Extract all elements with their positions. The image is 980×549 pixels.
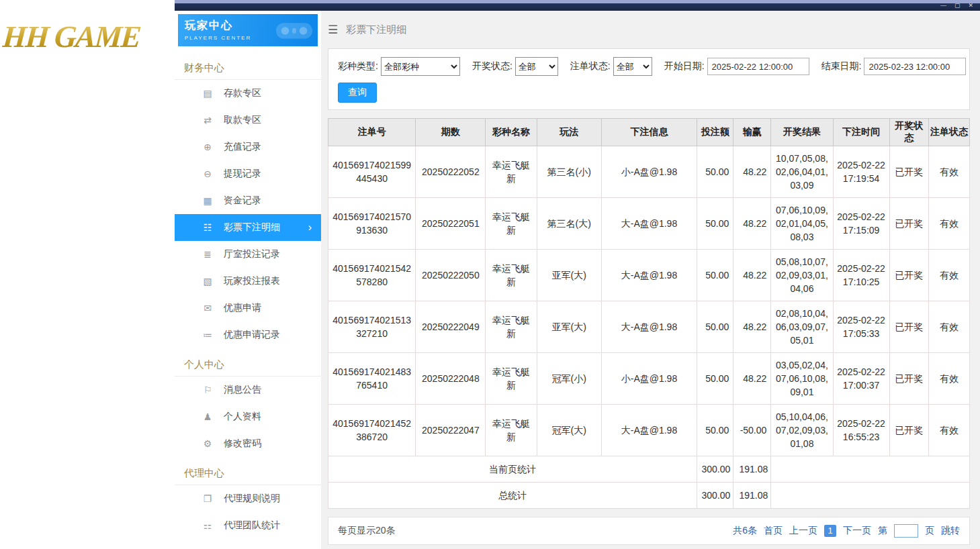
query-button[interactable]: 查询 <box>338 83 377 103</box>
cell-bet_time: 2025-02-22 17:15:09 <box>833 198 889 250</box>
current-page-badge[interactable]: 1 <box>824 525 836 537</box>
sidebar-item-personal-profile[interactable]: ♟个人资料 <box>175 403 321 430</box>
sidebar-item-label: 消息公告 <box>224 384 261 396</box>
main-content: ☰ 彩票下注明细 彩种类型: 全部彩种 开奖状态: 全部 <box>321 11 980 549</box>
cell-bet_id: 401569174021452386720 <box>328 405 416 456</box>
table-row: 40156917402148376541020250222048幸运飞艇新冠军(… <box>328 353 970 405</box>
sidebar-item-hall-bet-record[interactable]: ≣厅室投注记录 <box>175 241 321 268</box>
cell-draw_result: 05,08,10,07,02,09,03,01,04,06 <box>771 250 833 301</box>
sidebar-item-label: 优惠申请记录 <box>224 329 280 341</box>
column-header-lottery_name: 彩种名称 <box>486 119 537 146</box>
current-page-summary-row: 当前页统计300.00191.08 <box>328 456 970 483</box>
summary-label: 总统计 <box>328 483 697 509</box>
cell-bet_amount: 50.00 <box>697 405 733 456</box>
cell-draw_result: 07,06,10,09,02,01,04,05,08,03 <box>771 198 833 250</box>
sidebar-item-promo-apply[interactable]: ✉优惠申请 <box>175 295 321 321</box>
jump-link[interactable]: 跳转 <box>941 525 960 537</box>
cell-bet_info: 大-A盘@1.98 <box>601 405 697 456</box>
sidebar-item-withdrawal-record[interactable]: ⊖提现记录 <box>175 160 321 187</box>
sidebar-item-agent-team-stats[interactable]: ⚏代理团队统计 <box>175 512 321 539</box>
bet-status-label: 注单状态: <box>570 60 611 72</box>
app-body: 玩家中心 PLAYERS CENTER 财务中心▤存款专区⇄取款专区⊕充值记录⊖… <box>175 11 980 549</box>
sidebar-item-funds-record[interactable]: ▦资金记录 <box>175 187 321 214</box>
first-page-link[interactable]: 首页 <box>764 525 783 537</box>
cell-bet_info: 大-A盘@1.98 <box>601 301 697 353</box>
bet-status-select[interactable]: 全部 <box>613 57 652 76</box>
summary-bet-amount: 300.00 <box>697 483 733 509</box>
sidebar-item-recharge-record[interactable]: ⊕充值记录 <box>175 134 321 160</box>
column-header-bet_status: 注单状态 <box>928 119 969 146</box>
chevron-right-icon: › <box>308 221 312 234</box>
table-row: 40156917402151332721020250222049幸运飞艇新亚军(… <box>328 301 970 353</box>
cell-draw_result: 10,07,05,08,02,06,04,01,03,09 <box>771 146 833 198</box>
lottery-type-select[interactable]: 全部彩种 <box>381 57 460 76</box>
cell-bet_amount: 50.00 <box>697 146 733 198</box>
table-row: 40156917402154257828020250222050幸运飞艇新亚军(… <box>328 250 970 301</box>
close-icon[interactable]: ✕ <box>968 3 973 9</box>
summary-label: 当前页统计 <box>328 456 697 483</box>
cell-bet_status: 有效 <box>928 198 969 250</box>
logo-area: HH GAME <box>0 0 175 549</box>
prev-page-link[interactable]: 上一页 <box>789 525 817 537</box>
bets-table-panel: 注单号期数彩种名称玩法下注信息投注额输赢开奖结果下注时间开奖状态注单状态 401… <box>328 118 970 509</box>
page-jump-input[interactable] <box>894 524 918 538</box>
column-header-win_loss: 输赢 <box>733 119 771 146</box>
sidebar-item-deposit-zone[interactable]: ▤存款专区 <box>175 80 321 107</box>
column-header-bet_id: 注单号 <box>328 119 416 146</box>
cell-bet_status: 有效 <box>928 353 969 405</box>
window-titlebar: — ▢ ✕ <box>175 0 980 11</box>
cell-draw_result: 05,10,04,06,07,02,09,03,01,08 <box>771 405 833 456</box>
table-row: 40156917402145238672020250222047幸运飞艇新冠军(… <box>328 405 970 456</box>
sidebar-item-withdraw-zone[interactable]: ⇄取款专区 <box>175 107 321 134</box>
cell-bet_status: 有效 <box>928 405 969 456</box>
sidebar-item-lottery-bet-detail[interactable]: ☷彩票下注明细› <box>175 214 321 241</box>
cell-win_loss: 48.22 <box>733 353 771 405</box>
sidebar: 玩家中心 PLAYERS CENTER 财务中心▤存款专区⇄取款专区⊕充值记录⊖… <box>175 11 321 549</box>
column-header-period: 期数 <box>416 119 486 146</box>
sidebar-item-label: 彩票下注明细 <box>224 221 280 234</box>
sidebar-item-message-notice[interactable]: ⚐消息公告 <box>175 377 321 403</box>
cell-bet_amount: 50.00 <box>697 301 733 353</box>
cell-bet_time: 2025-02-22 17:05:33 <box>833 301 889 353</box>
end-date-input[interactable] <box>864 58 966 75</box>
column-header-play_type: 玩法 <box>537 119 601 146</box>
table-row: 40156917402159944543020250222052幸运飞艇新第三名… <box>328 146 970 198</box>
start-date-input[interactable] <box>707 58 809 75</box>
column-header-bet_amount: 投注额 <box>697 119 733 146</box>
bets-table: 注单号期数彩种名称玩法下注信息投注额输赢开奖结果下注时间开奖状态注单状态 401… <box>328 118 970 509</box>
cell-win_loss: 48.22 <box>733 250 771 301</box>
gamepad-icon <box>275 17 314 44</box>
filter-panel: 彩种类型: 全部彩种 开奖状态: 全部 注单状态: <box>328 48 970 110</box>
cell-lottery_name: 幸运飞艇新 <box>486 250 537 301</box>
cell-bet_status: 有效 <box>928 301 969 353</box>
sidebar-item-label: 充值记录 <box>224 141 261 153</box>
sidebar-item-agent-rules[interactable]: ❐代理规则说明 <box>175 485 321 512</box>
maximize-icon[interactable]: ▢ <box>954 3 961 9</box>
sidebar-item-label: 存款专区 <box>224 87 261 99</box>
minimize-icon[interactable]: — <box>940 3 946 9</box>
cell-win_loss: 48.22 <box>733 301 771 353</box>
sidebar-item-label: 代理团队统计 <box>224 519 280 532</box>
cell-lottery_name: 幸运飞艇新 <box>486 405 537 456</box>
sidebar-item-promo-apply-record[interactable]: ≔优惠申请记录 <box>175 321 321 348</box>
sidebar-item-player-bet-report[interactable]: ▧玩家投注报表 <box>175 268 321 295</box>
per-page-label: 每页显示20条 <box>338 525 396 537</box>
draw-status-select[interactable]: 全部 <box>515 57 558 76</box>
column-header-draw_status: 开奖状态 <box>889 119 928 146</box>
cell-period: 20250222048 <box>416 353 486 405</box>
cell-bet_amount: 50.00 <box>697 250 733 301</box>
bell-icon: ⚐ <box>202 385 214 395</box>
table-header-row: 注单号期数彩种名称玩法下注信息投注额输赢开奖结果下注时间开奖状态注单状态 <box>328 119 970 146</box>
next-page-link[interactable]: 下一页 <box>843 525 871 537</box>
menu-toggle-icon[interactable]: ☰ <box>328 23 338 37</box>
cell-bet_id: 401569174021542578280 <box>328 250 416 301</box>
lottery-type-label: 彩种类型: <box>338 60 378 72</box>
sidebar-item-label: 取款专区 <box>224 114 261 126</box>
cell-play_type: 冠军(大) <box>537 405 601 456</box>
sidebar-item-label: 修改密码 <box>224 438 261 450</box>
cell-win_loss: -50.00 <box>733 405 771 456</box>
cell-bet_id: 401569174021599445430 <box>328 146 416 198</box>
cell-play_type: 亚军(大) <box>537 301 601 353</box>
cell-draw_result: 03,05,02,04,07,06,10,08,09,01 <box>771 353 833 405</box>
sidebar-item-change-password[interactable]: ⚙修改密码 <box>175 430 321 457</box>
